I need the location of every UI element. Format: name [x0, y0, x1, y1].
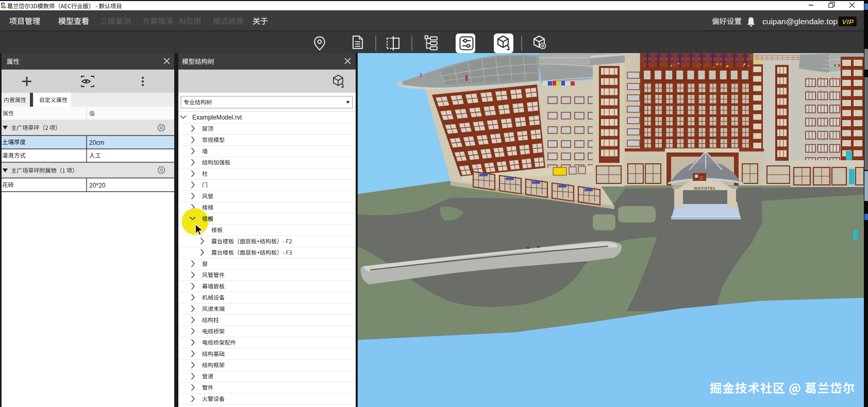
svg-text:cuipan@glendale.top: cuipan@glendale.top: [762, 17, 838, 26]
svg-text:VIP: VIP: [842, 18, 854, 26]
svg-text:20*20: 20*20: [89, 182, 106, 189]
svg-text:ExampleModel.rvt: ExampleModel.rvt: [192, 114, 242, 121]
svg-text:20cm: 20cm: [89, 139, 104, 146]
svg-text:NOVOTEL: NOVOTEL: [694, 186, 716, 191]
